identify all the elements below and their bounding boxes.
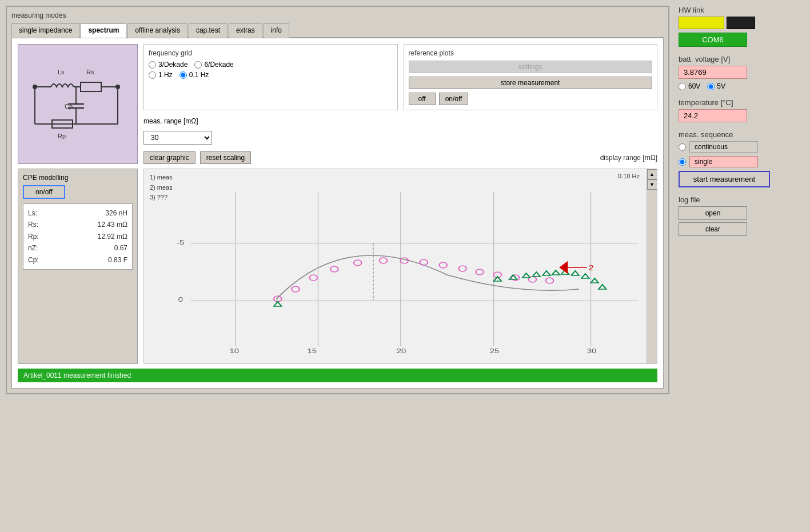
tab-spectrum[interactable]: spectrum <box>81 23 126 38</box>
svg-text:Ls: Ls <box>58 69 65 75</box>
cpe-box: CPE modelling on/off Ls: 326 nH Rs: 12.4… <box>18 169 138 364</box>
tab-extras[interactable]: extras <box>229 23 262 38</box>
legend-2: 2) meas <box>150 183 173 193</box>
main-panel: measuring modes single impedance spectru… <box>6 6 669 394</box>
scroll-up-button[interactable]: ▲ <box>647 169 657 179</box>
radio-01hz-input[interactable] <box>179 71 187 79</box>
seq-single-input[interactable] <box>689 156 758 167</box>
radio-01hz[interactable]: 0.1 Hz <box>179 71 209 79</box>
seq-continuous-option <box>679 141 804 153</box>
cpe-values-box: Ls: 326 nH Rs: 12.43 mΩ Rp: 12.92 mΩ nZ:… <box>23 203 133 270</box>
on-off-button[interactable]: on/off <box>439 93 469 105</box>
cpe-ls-row: Ls: 326 nH <box>28 207 127 219</box>
svg-text:20: 20 <box>397 347 406 355</box>
chart-inner: 1) meas 2) meas 3) ??? 0.10 Hz -5 <box>144 169 657 363</box>
cpe-rp-val: 12.92 mΩ <box>98 231 127 242</box>
seq-single-option <box>679 156 804 167</box>
radio-3dekade-input[interactable] <box>149 61 156 69</box>
batt-voltage-label: batt. voltage [V] <box>679 55 804 63</box>
clear-graphic-button[interactable]: clear graphic <box>143 151 195 164</box>
freq-grid-box: frequency grid 3/Dekade 6/Dekade <box>143 44 398 110</box>
radio-5v-label: 5V <box>717 82 725 90</box>
legend-3: 3) ??? <box>150 193 173 203</box>
batt-voltage-section: batt. voltage [V] 60V 5V <box>679 55 804 90</box>
svg-text:-5: -5 <box>177 239 184 246</box>
radio-60v-input[interactable] <box>679 83 686 90</box>
display-range-label: display range [mΩ] <box>600 154 657 162</box>
radio-1hz[interactable]: 1 Hz <box>149 71 173 79</box>
seq-single-radio[interactable] <box>679 158 686 166</box>
ref-buttons: settings store measurement off on/off <box>409 61 653 105</box>
meas-range-select-row: 30 10 100 300 <box>143 131 657 145</box>
cpe-cp-key: Cp: <box>28 254 44 266</box>
radio-5v-input[interactable] <box>707 83 715 90</box>
voltage-options: 60V 5V <box>679 82 804 90</box>
radio-1hz-label: 1 Hz <box>158 71 173 79</box>
chart-legend: 1) meas 2) meas 3) ??? <box>150 173 173 203</box>
svg-text:30: 30 <box>587 347 597 355</box>
seq-continuous-input[interactable] <box>689 141 758 153</box>
chart-svg: -5 0 10 15 20 25 30 <box>144 169 657 363</box>
cpe-ls-val: 326 nH <box>105 207 127 219</box>
temperature-label: temperature [°C] <box>679 98 804 107</box>
freq-grid-options-row2: 1 Hz 0.1 Hz <box>149 71 393 79</box>
temperature-input[interactable] <box>679 109 747 122</box>
meas-sequence-label: meas. sequence <box>679 130 804 139</box>
scroll-down-button[interactable]: ▼ <box>647 179 657 190</box>
svg-text:25: 25 <box>490 347 500 355</box>
ref-plots-label: reference plots <box>409 49 653 57</box>
on-off-row: off on/off <box>409 93 653 105</box>
open-log-button[interactable]: open <box>679 206 747 220</box>
cpe-on-off-button[interactable]: on/off <box>23 185 65 199</box>
hw-black-bar <box>727 17 755 29</box>
cpe-ls-key: Ls: <box>28 207 44 219</box>
svg-text:15: 15 <box>307 347 317 355</box>
svg-text:Rs: Rs <box>86 69 94 75</box>
svg-text:Rp: Rp <box>58 133 66 139</box>
com-button[interactable]: COM6 <box>679 33 747 47</box>
settings-col: frequency grid 3/Dekade 6/Dekade <box>143 44 657 164</box>
radio-6dekade-input[interactable] <box>194 61 202 69</box>
tab-cap-test[interactable]: cap.test <box>189 23 228 38</box>
clear-log-button[interactable]: clear <box>679 222 747 236</box>
batt-voltage-input[interactable] <box>679 66 747 79</box>
cpe-nz-key: nZ: <box>28 242 44 254</box>
hw-link-label: HW link <box>679 6 804 14</box>
meas-range-row: meas. range [mΩ] <box>143 117 657 125</box>
cpe-nz-row: nZ: 0.67 <box>28 242 127 254</box>
radio-3dekade[interactable]: 3/Dekade <box>149 61 187 69</box>
hw-link-section: HW link COM6 <box>679 6 804 47</box>
meas-range-select[interactable]: 30 10 100 300 <box>143 131 212 145</box>
cpe-title: CPE modelling <box>23 174 133 182</box>
freq-grid-options-row1: 3/Dekade 6/Dekade <box>149 61 393 69</box>
action-buttons-row: clear graphic reset scaling display rang… <box>143 151 657 164</box>
bottom-row: CPE modelling on/off Ls: 326 nH Rs: 12.4… <box>18 169 657 364</box>
cpe-cp-val: 0.83 F <box>108 254 127 266</box>
seq-continuous-radio[interactable] <box>679 143 686 151</box>
radio-60v-label: 60V <box>688 82 700 90</box>
chart-container: 1) meas 2) meas 3) ??? 0.10 Hz -5 <box>143 169 657 364</box>
svg-text:2: 2 <box>588 264 593 271</box>
circuit-svg: Ls Rs <box>23 58 132 150</box>
cpe-rs-val: 12.43 mΩ <box>98 219 127 230</box>
start-measurement-button[interactable]: start measurement <box>679 171 770 187</box>
log-file-label: log file <box>679 195 804 204</box>
tab-single-impedance[interactable]: single impedance <box>11 23 79 38</box>
radio-6dekade[interactable]: 6/Dekade <box>194 61 233 69</box>
hw-yellow-bar <box>679 17 724 29</box>
tab-offline-analysis[interactable]: offline analysis <box>127 23 187 38</box>
cpe-rs-row: Rs: 12.43 mΩ <box>28 219 127 230</box>
reset-scaling-button[interactable]: reset scaling <box>200 151 251 164</box>
radio-5v[interactable]: 5V <box>707 82 725 90</box>
radio-3dekade-label: 3/Dekade <box>158 61 187 69</box>
off-button[interactable]: off <box>409 93 436 105</box>
right-panel: HW link COM6 batt. voltage [V] 60V 5V te… <box>679 6 804 394</box>
radio-1hz-input[interactable] <box>149 71 156 79</box>
chart-scrollbar: ▲ ▼ <box>647 169 657 363</box>
radio-60v[interactable]: 60V <box>679 82 700 90</box>
store-measurement-button[interactable]: store measurement <box>409 77 653 89</box>
hw-link-bar <box>679 17 804 29</box>
settings-button: settings <box>409 61 653 73</box>
tab-info[interactable]: info <box>264 23 289 38</box>
status-bar: Artikel_0011 measurement finished <box>18 369 657 382</box>
